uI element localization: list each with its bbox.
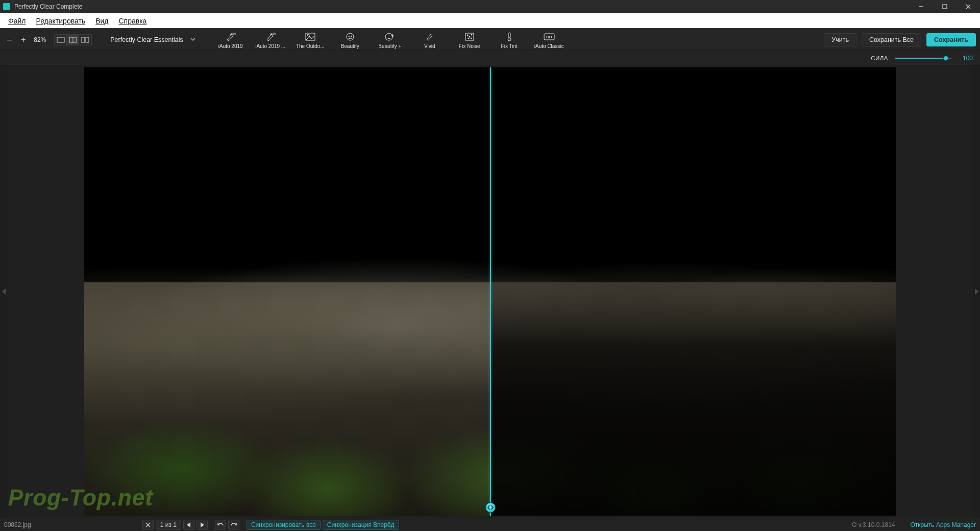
- svg-point-24: [471, 38, 472, 39]
- preset-iauto-classic[interactable]: HD iAuto Classic: [529, 31, 569, 49]
- preset-beautify-plus[interactable]: Beautify +: [370, 31, 410, 49]
- preset-outdoors[interactable]: The Outdo...: [290, 31, 330, 49]
- svg-point-26: [508, 38, 511, 41]
- prev-image-button[interactable]: [183, 520, 194, 530]
- zoom-value[interactable]: 82%: [32, 36, 48, 43]
- status-filename: 00062.jpg: [4, 521, 31, 528]
- image-canvas[interactable]: [84, 67, 896, 516]
- strength-slider[interactable]: [895, 55, 951, 62]
- preset-beautify[interactable]: Beautify: [330, 31, 370, 49]
- menu-edit[interactable]: Редактировать: [31, 13, 90, 29]
- view-mode-switch: [54, 34, 92, 45]
- preset-fix-tint[interactable]: Fix Tint: [489, 31, 529, 49]
- open-apps-manager-link[interactable]: Открыть Apps Manager: [910, 521, 976, 528]
- strength-label: СИЛА: [871, 55, 888, 61]
- expand-left-panel[interactable]: [0, 65, 7, 518]
- save-button[interactable]: Сохранить: [926, 33, 976, 46]
- svg-point-20: [467, 35, 468, 36]
- app-icon: [3, 3, 10, 10]
- menu-file[interactable]: Файл: [3, 13, 31, 29]
- canvas-wrap: Prog-Top.net: [7, 65, 973, 518]
- svg-rect-1: [943, 5, 947, 9]
- watermark: Prog-Top.net: [8, 485, 153, 511]
- noise-icon: [465, 32, 474, 42]
- zoom-out-button[interactable]: –: [4, 34, 15, 45]
- svg-point-12: [307, 34, 309, 36]
- sync-forward-button[interactable]: Синхронизация Вперёд: [323, 520, 399, 530]
- svg-rect-8: [86, 37, 89, 42]
- face-icon: [346, 32, 355, 42]
- remove-button[interactable]: [142, 520, 154, 530]
- maximize-button[interactable]: [933, 0, 957, 13]
- compare-divider[interactable]: [490, 67, 491, 516]
- version-label: O v.3.10.0.1814: [852, 521, 895, 528]
- learn-button[interactable]: Учить: [824, 33, 856, 46]
- svg-text:2019: 2019: [270, 32, 276, 35]
- view-split-icon[interactable]: [67, 35, 79, 45]
- preset-strip: 2019 iAuto 2019 2019 iAuto 2019 ... The …: [211, 31, 569, 49]
- brush-icon: [425, 32, 434, 42]
- svg-rect-25: [508, 33, 510, 38]
- page-indicator: 1 из 1: [156, 520, 181, 530]
- menu-bar: Файл Редактировать Вид Справка: [0, 13, 980, 29]
- svg-point-15: [351, 36, 352, 37]
- menu-help[interactable]: Справка: [113, 13, 152, 29]
- preset-vivid[interactable]: Vivid: [410, 31, 450, 49]
- strength-bar: СИЛА 100: [0, 51, 980, 65]
- title-bar: Perfectly Clear Complete: [0, 0, 980, 13]
- preview-before-shade: [490, 67, 896, 516]
- svg-point-21: [469, 36, 470, 37]
- sync-all-button[interactable]: Синхронизировать все: [247, 520, 321, 530]
- view-side-by-side-icon[interactable]: [79, 35, 91, 45]
- svg-marker-32: [201, 522, 204, 527]
- window-title: Perfectly Clear Complete: [14, 3, 910, 10]
- face-plus-icon: [385, 32, 395, 42]
- zoom-in-button[interactable]: +: [18, 34, 29, 45]
- svg-point-23: [468, 38, 469, 39]
- preset-dropdown[interactable]: Perfectly Clear Essentials: [110, 36, 195, 43]
- minimize-button[interactable]: [910, 0, 933, 13]
- menu-view[interactable]: Вид: [90, 13, 113, 29]
- svg-point-13: [347, 33, 354, 40]
- redo-button[interactable]: [228, 520, 239, 530]
- workspace: Prog-Top.net: [0, 65, 980, 518]
- preset-iauto-2019-alt[interactable]: 2019 iAuto 2019 ...: [251, 31, 290, 49]
- svg-rect-4: [57, 37, 64, 42]
- compare-handle-icon[interactable]: [485, 502, 496, 513]
- hd-icon: HD: [544, 32, 555, 42]
- svg-point-22: [471, 34, 472, 35]
- save-all-button[interactable]: Сохранить Все: [862, 33, 921, 46]
- svg-point-16: [385, 33, 393, 40]
- landscape-icon: [305, 32, 315, 42]
- svg-text:2019: 2019: [230, 32, 236, 35]
- view-single-icon[interactable]: [55, 35, 67, 45]
- expand-right-panel[interactable]: [973, 65, 980, 518]
- thermometer-icon: [506, 32, 513, 42]
- next-image-button[interactable]: [197, 520, 208, 530]
- toolbar: – + 82% Perfectly Clear Essentials 2019 …: [0, 29, 980, 51]
- preset-fix-noise[interactable]: Fix Noise: [450, 31, 489, 49]
- brush-icon: 2019: [226, 32, 236, 42]
- svg-rect-7: [82, 37, 85, 42]
- status-bar: 00062.jpg 1 из 1 Синхронизировать все Си…: [0, 518, 980, 531]
- brush-icon: 2019: [265, 32, 276, 42]
- svg-marker-31: [187, 522, 190, 527]
- svg-text:HD: HD: [546, 35, 552, 39]
- svg-point-14: [348, 36, 349, 37]
- strength-value: 100: [959, 55, 973, 62]
- preset-dropdown-label: Perfectly Clear Essentials: [110, 36, 183, 43]
- chevron-down-icon: [190, 36, 195, 43]
- close-button[interactable]: [957, 0, 980, 13]
- undo-button[interactable]: [215, 520, 226, 530]
- preset-iauto-2019[interactable]: 2019 iAuto 2019: [211, 31, 251, 49]
